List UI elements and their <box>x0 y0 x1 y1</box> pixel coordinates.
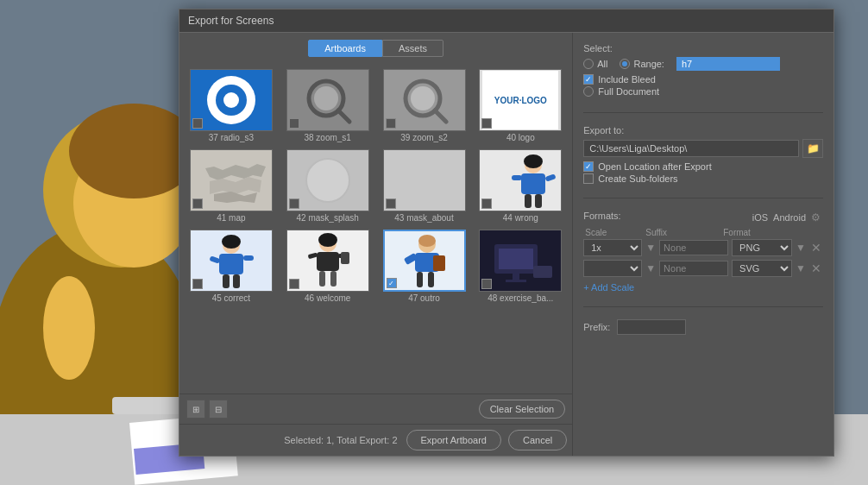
export-artboard-button[interactable]: Export Artboard <box>406 430 501 450</box>
right-panel: Select: All Range: ✓ Include Bleed <box>573 33 833 456</box>
artboard-item[interactable]: 46 welcome <box>281 228 374 305</box>
status-bar: Selected: 1, Total Export: 2 Export Artb… <box>179 424 572 456</box>
svg-rect-53 <box>499 249 533 269</box>
artboard-thumb: YOUR·LOGO <box>479 69 562 131</box>
artboard-checkbox <box>192 118 203 129</box>
format-dropdown-arrow-2[interactable]: ▼ <box>796 262 806 274</box>
artboard-thumb <box>286 69 369 131</box>
format-row-2: 1x 2x ▼ SVG PNG PDF ▼ ✕ <box>583 260 823 277</box>
select-section: Select: All Range: ✓ Include Bleed <box>583 43 823 100</box>
include-bleed-checkbox[interactable]: ✓ <box>583 74 594 85</box>
divider-3 <box>583 306 823 307</box>
list-view-button[interactable]: ⊟ <box>209 400 228 419</box>
export-to-label: Export to: <box>583 125 823 135</box>
scale-dropdown-arrow-2[interactable]: ▼ <box>645 262 656 274</box>
artboard-label: 41 map <box>217 213 245 223</box>
artboards-grid-container[interactable]: 37 radio_s3 38 zoom_s1 <box>179 62 572 394</box>
svg-line-15 <box>435 110 446 122</box>
artboard-label: 37 radio_s3 <box>209 133 254 142</box>
artboard-thumb <box>286 230 369 292</box>
artboard-label: 46 welcome <box>305 293 350 303</box>
range-input[interactable] <box>676 57 780 71</box>
svg-rect-50 <box>428 272 434 287</box>
svg-point-16 <box>411 86 435 110</box>
artboard-checkbox <box>386 118 396 129</box>
status-text: Selected: 1, Total Export: 2 <box>185 435 398 445</box>
format-select-1[interactable]: PNG SVG PDF JPG <box>732 239 792 256</box>
open-location-row: ✓ Open Location after Export <box>583 161 823 172</box>
artboard-thumb <box>190 149 273 211</box>
artboard-item[interactable]: ✓ 47 outro <box>378 228 471 305</box>
artboard-item[interactable]: 42 mask_splash <box>281 148 374 224</box>
tabs-row: Artboards Assets <box>179 33 572 62</box>
format-dropdown-arrow-1[interactable]: ▼ <box>796 242 806 254</box>
artboard-label: 39 zoom_s2 <box>400 133 447 142</box>
artboard-thumb <box>286 149 369 211</box>
android-label: Android <box>773 212 806 223</box>
artboard-item[interactable]: 43 mask_about <box>378 148 471 224</box>
artboard-checkbox <box>192 279 203 289</box>
include-bleed-row: ✓ Include Bleed <box>583 74 823 85</box>
artboard-thumb <box>479 149 562 211</box>
scale-dropdown-arrow-1[interactable]: ▼ <box>645 242 656 254</box>
radio-row: All Range: <box>583 57 823 71</box>
open-location-label: Open Location after Export <box>598 161 711 172</box>
artboard-item[interactable]: 44 wrong <box>474 148 567 224</box>
col-scale-header: Scale <box>585 228 645 237</box>
artboard-item[interactable]: 45 correct <box>185 228 278 305</box>
artboard-label: 44 wrong <box>503 213 538 223</box>
clear-selection-button[interactable]: Clear Selection <box>479 400 566 419</box>
suffix-input-1[interactable] <box>659 240 728 255</box>
artboard-checkbox <box>481 198 492 209</box>
tab-assets[interactable]: Assets <box>382 40 443 57</box>
artboard-item[interactable]: YOUR·LOGO 40 logo <box>474 67 567 144</box>
full-document-radio[interactable] <box>583 86 594 97</box>
tab-artboards[interactable]: Artboards <box>308 40 382 57</box>
prefix-input[interactable] <box>617 319 686 335</box>
artboard-item[interactable]: 48 exercise_ba... <box>474 228 567 305</box>
col-format-header: Format <box>723 228 823 237</box>
remove-format-2-button[interactable]: ✕ <box>809 261 823 275</box>
artboards-grid: 37 radio_s3 38 zoom_s1 <box>185 67 567 305</box>
radio-all-circle <box>583 59 594 69</box>
divider-2 <box>583 198 823 198</box>
formats-section: Formats: iOS Android ⚙ Scale Suffix Form… <box>583 211 823 294</box>
prefix-row: Prefix: <box>583 319 823 335</box>
svg-rect-31 <box>243 255 254 261</box>
svg-rect-54 <box>513 274 519 280</box>
open-location-checkbox[interactable]: ✓ <box>583 161 594 172</box>
scale-select-2[interactable]: 1x 2x <box>583 260 642 277</box>
artboard-item[interactable]: 39 zoom_s2 <box>378 67 471 144</box>
artboard-checkbox <box>289 118 299 129</box>
artboard-label: 45 correct <box>212 293 250 303</box>
create-subfolders-checkbox[interactable] <box>583 173 594 184</box>
add-scale-button[interactable]: + Add Scale <box>583 280 634 294</box>
divider-1 <box>583 112 823 113</box>
artboard-item[interactable]: 41 map <box>185 148 278 224</box>
gear-icon[interactable]: ⚙ <box>811 211 823 224</box>
svg-rect-33 <box>233 274 240 288</box>
artboard-item[interactable]: 38 zoom_s1 <box>281 67 374 144</box>
format-row-1: 1x 2x 3x ▼ PNG SVG PDF JPG ▼ ✕ <box>583 239 823 256</box>
svg-rect-41 <box>330 271 337 287</box>
format-select-2[interactable]: SVG PNG PDF <box>732 260 792 277</box>
artboard-checkbox <box>289 198 299 209</box>
cancel-button[interactable]: Cancel <box>508 430 567 450</box>
radio-range[interactable]: Range: <box>620 59 664 69</box>
artboard-thumb-selected: ✓ <box>383 230 466 292</box>
scale-select-1[interactable]: 1x 2x 3x <box>583 239 642 256</box>
remove-format-1-button[interactable]: ✕ <box>809 241 823 255</box>
grid-view-button[interactable]: ⊞ <box>186 400 205 419</box>
svg-rect-29 <box>219 254 243 274</box>
svg-rect-21 <box>521 173 545 194</box>
export-path-input[interactable] <box>583 140 799 157</box>
ios-android-row: iOS Android ⚙ <box>752 211 823 224</box>
suffix-input-2[interactable] <box>659 261 728 276</box>
artboard-item[interactable]: 37 radio_s3 <box>185 67 278 144</box>
radio-all[interactable]: All <box>583 59 607 69</box>
browse-folder-button[interactable]: 📁 <box>802 139 823 158</box>
left-panel: Artboards Assets <box>179 33 573 456</box>
artboard-checkbox <box>386 198 396 209</box>
svg-point-36 <box>318 233 337 247</box>
artboard-label: 43 mask_about <box>394 213 453 223</box>
